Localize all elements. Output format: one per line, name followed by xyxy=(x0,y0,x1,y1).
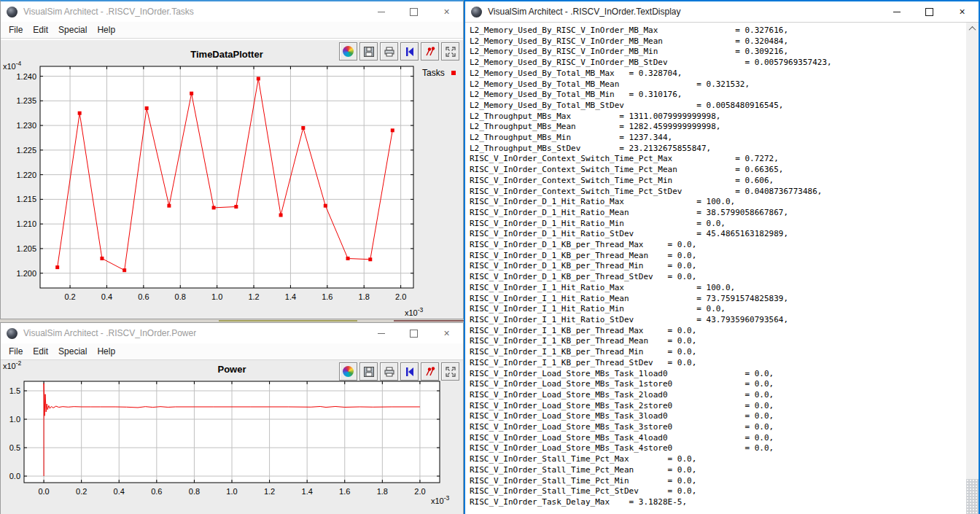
print-button[interactable] xyxy=(380,42,398,61)
power-window-title: VisualSim Architect - .RISCV_InOrder.Pow… xyxy=(23,328,196,338)
svg-text:x10-2: x10-2 xyxy=(3,360,22,370)
stat-line: RISC_V_InOrder_Context_Switch_Time_Pct_M… xyxy=(470,165,962,176)
power-plot-panel: 0.00.20.40.60.81.01.21.41.61.82.00.00.51… xyxy=(1,360,463,514)
stat-line: L2_Memory_Used_By_Total_MB_Max = 0.32870… xyxy=(470,69,962,79)
close-icon: × xyxy=(443,328,449,338)
fullscreen-icon xyxy=(445,366,456,378)
power-plot-canvas[interactable]: 0.00.20.40.60.81.01.21.41.61.82.00.00.51… xyxy=(1,360,463,513)
maximize-button[interactable] xyxy=(913,1,946,22)
fullscreen-button[interactable] xyxy=(441,362,459,381)
svg-text:1.5: 1.5 xyxy=(9,386,20,395)
maximize-button[interactable] xyxy=(397,323,430,343)
menu-item-help[interactable]: Help xyxy=(92,23,120,36)
stat-line: RISC_V_InOrder_Load_Store_MBs_Task_4load… xyxy=(470,433,962,444)
background-fragment xyxy=(219,320,357,322)
stat-line: RISC_V_InOrder_Load_Store_MBs_Task_1load… xyxy=(470,369,962,380)
svg-text:1.2: 1.2 xyxy=(264,487,275,496)
maximize-icon xyxy=(925,8,933,16)
svg-text:0.4: 0.4 xyxy=(101,292,112,301)
svg-text:1.6: 1.6 xyxy=(322,292,332,301)
visualsim-app-icon xyxy=(7,7,18,17)
minimize-icon xyxy=(378,12,385,12)
tasks-plot-toolbar xyxy=(337,42,459,61)
power-plot-window: VisualSim Architect - .RISCV_InOrder.Pow… xyxy=(0,322,464,514)
power-menu-bar: FileEditSpecialHelp xyxy=(1,343,463,360)
stat-line: RISC_V_InOrder_Context_Switch_Time_Pct_M… xyxy=(470,154,962,165)
close-button[interactable]: × xyxy=(946,1,979,22)
close-button[interactable]: × xyxy=(430,1,463,22)
svg-text:1.4: 1.4 xyxy=(302,487,313,496)
close-button[interactable]: × xyxy=(430,323,463,343)
save-button[interactable] xyxy=(359,42,378,61)
text-display-area[interactable]: L2_Memory_Used_By_RISC_V_InOrder_MB_Max … xyxy=(465,22,979,514)
tasks-plot-canvas[interactable]: 0.20.40.60.81.01.21.41.61.82.01.2001.205… xyxy=(1,40,463,321)
stat-line: RISC_V_InOrder_Load_Store_MBs_Task_2load… xyxy=(470,390,962,401)
stat-line: L2_Memory_Used_By_RISC_V_InOrder_MB_Min … xyxy=(470,47,962,58)
svg-text:0.6: 0.6 xyxy=(138,292,149,301)
tasks-title-bar[interactable]: VisualSim Architect - .RISCV_InOrder.Tas… xyxy=(1,1,463,22)
close-icon: × xyxy=(443,7,449,17)
menu-item-special[interactable]: Special xyxy=(53,23,92,36)
svg-text:0.5: 0.5 xyxy=(9,443,20,452)
maximize-button[interactable] xyxy=(397,1,430,22)
format-icon xyxy=(424,366,436,378)
stat-line: RISC_V_InOrder_Context_Switch_Time_Pct_S… xyxy=(470,187,962,198)
stat-line: RISC_V_InOrder_Load_Store_MBs_Task_4stor… xyxy=(470,443,962,454)
text-display-title-bar[interactable]: VisualSim Architect - .RISCV_InOrder.Tex… xyxy=(465,1,979,22)
svg-text:1.0: 1.0 xyxy=(9,415,20,424)
maximize-icon xyxy=(410,8,418,16)
stat-line: RISC_V_InOrder_Context_Switch_Time_Pct_M… xyxy=(470,176,962,187)
stat-line: RISC_V_InOrder_D_1_KB_per_Thread_Max = 0… xyxy=(470,240,962,251)
format-button[interactable] xyxy=(421,42,439,61)
menu-item-edit[interactable]: Edit xyxy=(28,23,53,36)
palette-button[interactable] xyxy=(339,42,357,61)
print-icon xyxy=(384,46,395,58)
minimize-button[interactable] xyxy=(880,1,913,22)
svg-text:1.210: 1.210 xyxy=(16,219,36,228)
svg-text:0.2: 0.2 xyxy=(64,292,75,301)
svg-text:1.230: 1.230 xyxy=(16,121,36,130)
svg-text:Tasks: Tasks xyxy=(422,68,445,78)
svg-text:0.8: 0.8 xyxy=(175,292,186,301)
format-button[interactable] xyxy=(421,362,439,381)
power-title-bar[interactable]: VisualSim Architect - .RISCV_InOrder.Pow… xyxy=(1,323,463,343)
svg-text:1.0: 1.0 xyxy=(211,292,222,301)
print-button[interactable] xyxy=(380,362,398,381)
save-icon xyxy=(363,46,375,58)
svg-text:1.240: 1.240 xyxy=(16,72,36,81)
vertical-scrollbar[interactable] xyxy=(966,23,979,514)
stat-line: RISC_V_InOrder_D_1_KB_per_Thread_StDev =… xyxy=(470,272,962,283)
chevron-up-icon xyxy=(969,26,976,34)
stat-line: RISC_V_InOrder_D_1_Hit_Ratio_Max = 100.0… xyxy=(470,197,962,208)
stat-line: L2_Memory_Used_By_Total_MB_StDev = 0.005… xyxy=(470,101,962,112)
palette-button[interactable] xyxy=(339,362,357,381)
reset-button[interactable] xyxy=(400,42,419,61)
svg-text:0.2: 0.2 xyxy=(76,487,87,496)
svg-text:1.6: 1.6 xyxy=(339,487,350,496)
scroll-up-button[interactable] xyxy=(966,23,979,35)
visualsim-app-icon xyxy=(7,328,18,339)
menu-item-special[interactable]: Special xyxy=(53,345,92,358)
svg-text:Power: Power xyxy=(217,364,246,375)
stat-line: L2_Throughput_MBs_Min = 1237.344, xyxy=(470,133,962,144)
statistics-text: L2_Memory_Used_By_RISC_V_InOrder_MB_Max … xyxy=(470,26,962,508)
menu-item-file[interactable]: File xyxy=(4,23,28,36)
minimize-button[interactable] xyxy=(365,1,397,22)
menu-item-help[interactable]: Help xyxy=(92,345,120,358)
stat-line: RISC_V_InOrder_Load_Store_MBs_Task_2stor… xyxy=(470,401,962,412)
stat-line: RISC_V_InOrder_I_1_KB_per_Thread_StDev =… xyxy=(470,358,962,369)
stat-line: L2_Memory_Used_By_RISC_V_InOrder_MB_Max … xyxy=(470,26,962,36)
tasks-window-title: VisualSim Architect - .RISCV_InOrder.Tas… xyxy=(23,7,194,17)
scrollbar-thumb[interactable] xyxy=(966,479,979,514)
svg-text:1.0: 1.0 xyxy=(226,487,237,496)
format-icon xyxy=(424,46,436,58)
minimize-button[interactable] xyxy=(365,323,397,343)
save-button[interactable] xyxy=(359,362,378,381)
menu-item-edit[interactable]: Edit xyxy=(28,345,53,358)
print-icon xyxy=(384,366,395,378)
menu-item-file[interactable]: File xyxy=(4,345,28,358)
stat-line: RISC_V_InOrder_Load_Store_MBs_Task_1stor… xyxy=(470,379,962,390)
stat-line: RISC_V_InOrder_I_1_Hit_Ratio_Mean = 73.7… xyxy=(470,294,962,305)
fullscreen-button[interactable] xyxy=(441,42,459,61)
reset-button[interactable] xyxy=(400,362,419,381)
